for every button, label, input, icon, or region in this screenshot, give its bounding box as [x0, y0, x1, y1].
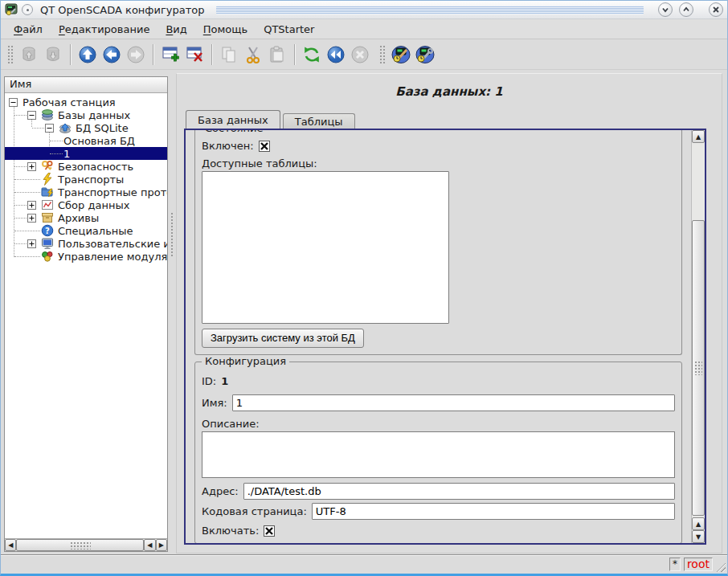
tree-item-modules[interactable]: Управление модулям	[5, 250, 167, 263]
copy-button[interactable]	[217, 43, 241, 67]
modules-icon	[41, 250, 54, 263]
tree-item-archives[interactable]: Архивы	[5, 211, 167, 224]
tree-item-label: Основная БД	[63, 135, 135, 147]
chevron-up-icon	[681, 5, 691, 14]
item-del-button[interactable]	[182, 43, 207, 67]
tree-item-db-sqlite[interactable]: БД SQLite	[5, 121, 167, 134]
tree-item-security[interactable]: Безопасность	[5, 160, 167, 173]
start-button[interactable]	[324, 43, 348, 67]
tree-item-transports[interactable]: Транспорты	[5, 173, 167, 186]
stop-button[interactable]	[348, 43, 372, 67]
toolbar-drag-handle[interactable]	[378, 44, 386, 65]
collapse-icon[interactable]	[27, 111, 36, 120]
save-button[interactable]	[41, 43, 65, 67]
shade-down-button[interactable]	[658, 2, 673, 17]
close-button[interactable]	[709, 2, 723, 17]
back-button[interactable]	[100, 43, 124, 67]
tables-listbox[interactable]	[202, 171, 449, 324]
db-stack-icon	[41, 108, 54, 121]
collapse-icon[interactable]	[45, 124, 54, 133]
statusbar: * root	[1, 554, 727, 574]
addr-input[interactable]	[243, 483, 675, 500]
tree-item-workstation[interactable]: Рабочая станция	[5, 96, 167, 108]
enabled-row: Включен:	[202, 140, 675, 152]
codepage-row: Кодовая страница:	[202, 503, 675, 520]
name-label: Имя:	[202, 397, 227, 409]
menu-view[interactable]: Вид	[159, 22, 193, 37]
cut-button[interactable]	[241, 43, 265, 67]
enabled-label: Включен:	[202, 140, 254, 152]
db-sqlite-icon	[59, 121, 72, 134]
forward-button[interactable]	[124, 43, 148, 67]
tab-database[interactable]: База данных	[186, 110, 280, 129]
tree-item-main-db[interactable]: Основная БД	[5, 134, 167, 147]
panel-splitter[interactable]	[168, 73, 176, 554]
toolbar-drag-handle[interactable]	[6, 44, 14, 65]
main-panel: База данных: 1 База данных Таблицы Состо…	[176, 73, 722, 554]
scroll-left-icon[interactable]: ◀	[5, 539, 16, 551]
scroll-left-icon[interactable]: ◀	[144, 539, 155, 551]
up-button[interactable]	[76, 43, 100, 67]
tree-item-daq[interactable]: Сбор данных	[5, 198, 167, 211]
menu-edit[interactable]: Редактирование	[52, 22, 156, 37]
qtstarter-vision-button[interactable]	[413, 43, 437, 67]
current-user: root	[684, 558, 713, 571]
scroll-down-icon[interactable]: ▼	[692, 530, 705, 543]
sticky-button[interactable]	[22, 4, 33, 15]
collapse-icon[interactable]	[9, 98, 18, 107]
id-row: ID: 1	[202, 375, 675, 387]
item-add-button[interactable]	[158, 43, 182, 67]
splitter-grip-icon[interactable]	[170, 212, 174, 257]
paste-icon	[268, 45, 287, 64]
load-from-db-button[interactable]: Загрузить систему из этой БД	[202, 329, 364, 348]
page-title: База данных: 1	[177, 84, 722, 99]
menu-help[interactable]: Помощь	[197, 22, 254, 37]
enabled-checkbox[interactable]	[259, 141, 270, 152]
scroll-right-icon[interactable]: ▶	[156, 539, 167, 551]
scroll-up-icon[interactable]: ▲	[692, 517, 705, 530]
tab-bar: База данных Таблицы	[186, 109, 358, 129]
shade-up-button[interactable]	[679, 2, 693, 17]
refresh-button[interactable]	[300, 43, 324, 67]
security-icon	[41, 160, 54, 173]
qtstarter-qtcfg-button[interactable]	[389, 43, 413, 67]
expand-icon[interactable]	[27, 162, 36, 171]
load-icon	[19, 45, 39, 64]
tree-header[interactable]: Имя	[5, 77, 167, 93]
app-window: QT OpenSCADA конфигуратор Файл Редактиро…	[0, 0, 728, 576]
load-button[interactable]	[17, 43, 41, 67]
toolbar-separator	[211, 44, 212, 65]
tree-item-db-1[interactable]: 1	[5, 147, 167, 160]
tab-tables[interactable]: Таблицы	[283, 113, 355, 129]
stop-icon	[350, 45, 370, 64]
tree-horizontal-scrollbar[interactable]: ◀ ◀ ▶	[5, 538, 167, 551]
expand-icon[interactable]	[27, 201, 36, 210]
menubar: Файл Редактирование Вид Помощь QTStarter	[1, 19, 727, 39]
back-icon	[102, 45, 121, 64]
name-input[interactable]	[232, 394, 675, 411]
expand-icon[interactable]	[27, 214, 36, 223]
resize-grip-icon[interactable]	[715, 562, 726, 572]
toolbar-separator	[294, 44, 295, 65]
menu-qtstarter[interactable]: QTStarter	[257, 22, 321, 37]
tree-item-user-interfaces[interactable]: Пользовательские и	[5, 237, 167, 250]
scrollbar-thumb[interactable]	[16, 539, 144, 551]
tree-item-label: Специальные	[58, 225, 133, 237]
expand-icon[interactable]	[27, 239, 36, 248]
enable-checkbox[interactable]	[264, 525, 275, 537]
tree-item-label: Пользовательские и	[58, 238, 167, 250]
scroll-up-icon[interactable]: ▲	[692, 130, 705, 143]
tree-item-label: БД SQLite	[76, 122, 129, 134]
paste-button[interactable]	[265, 43, 289, 67]
copy-icon	[219, 45, 239, 64]
menu-file[interactable]: Файл	[7, 22, 49, 37]
descr-textarea[interactable]	[202, 431, 675, 478]
codepage-input[interactable]	[312, 503, 675, 520]
scrollbar-thumb[interactable]	[692, 220, 705, 516]
tree-item-databases[interactable]: Базы данных	[5, 108, 167, 121]
tree-item-protocols[interactable]: Транспортные прото	[5, 186, 167, 198]
tables-label-row: Доступные таблицы:	[202, 157, 675, 170]
form-content: Состояние Включен: Доступные таблицы: За…	[186, 130, 691, 543]
form-vertical-scrollbar[interactable]: ▲ ▲ ▼	[691, 130, 705, 543]
tree-item-special[interactable]: ? Специальные	[5, 224, 167, 237]
